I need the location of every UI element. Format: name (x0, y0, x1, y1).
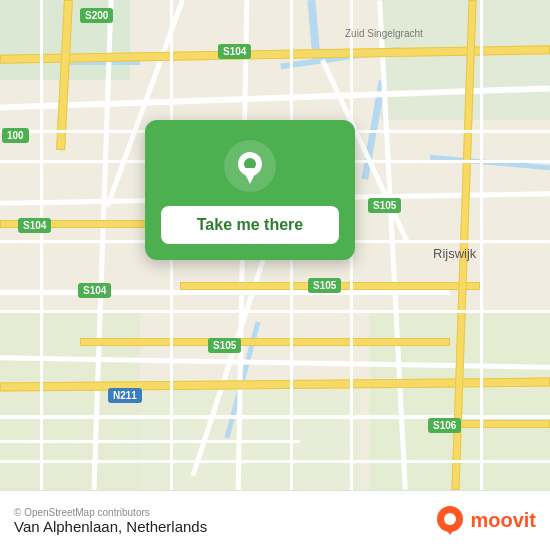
label-n211: N211 (108, 388, 142, 403)
highway-h4 (80, 338, 450, 346)
take-me-there-button[interactable]: Take me there (161, 206, 339, 244)
city-label-rijswijk: Rijswijk (433, 246, 476, 261)
moovit-icon (434, 505, 466, 537)
moovit-text: moovit (470, 509, 536, 532)
green-area-5 (140, 380, 360, 490)
label-s200: S200 (80, 8, 113, 23)
label-s106: S106 (428, 418, 461, 433)
moovit-logo: moovit (434, 505, 536, 537)
road-h5 (0, 415, 550, 419)
road-h3 (0, 290, 450, 295)
label-s104-1: S104 (218, 44, 251, 59)
location-name: Van Alphenlaan, Netherlands (14, 518, 207, 535)
label-s104-2: S104 (18, 218, 51, 233)
map-container: S200 S104 S104 S104 S105 S105 S105 S106 … (0, 0, 550, 490)
label-s104-3: S104 (78, 283, 111, 298)
city-label-zuidsingel: Zuid Singelgracht (345, 28, 423, 39)
location-pin (224, 140, 276, 192)
bottom-left: © OpenStreetMap contributors Van Alphenl… (14, 507, 207, 535)
minor-h6 (0, 460, 550, 463)
label-s105-3: S105 (208, 338, 241, 353)
label-s105-1: S105 (368, 198, 401, 213)
label-100: 100 (2, 128, 29, 143)
svg-point-5 (444, 513, 456, 525)
location-card: Take me there (145, 120, 355, 260)
label-s105-2: S105 (308, 278, 341, 293)
bottom-bar: © OpenStreetMap contributors Van Alphenl… (0, 490, 550, 550)
map-background: S200 S104 S104 S104 S105 S105 S105 S106 … (0, 0, 550, 490)
minor-v5 (40, 0, 43, 490)
minor-h5 (0, 440, 300, 443)
minor-h4 (0, 310, 550, 313)
copyright-text: © OpenStreetMap contributors (14, 507, 207, 518)
minor-v4 (480, 0, 483, 490)
